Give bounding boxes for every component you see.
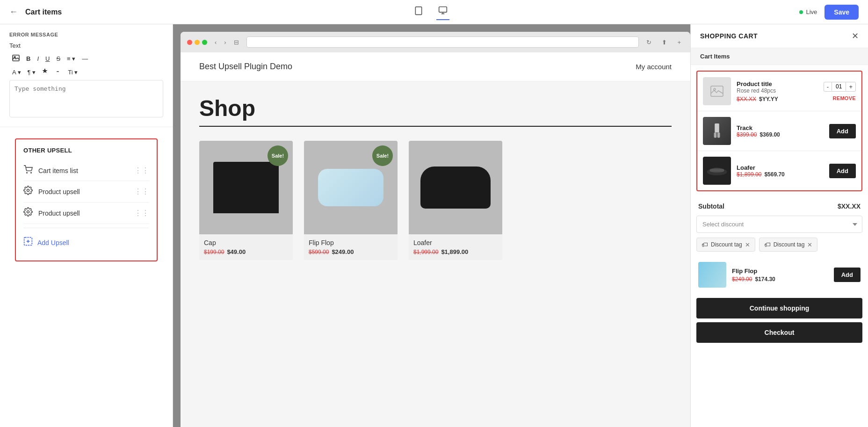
tablet-view-button[interactable] <box>412 4 425 20</box>
cart-item-price-old-2: $399.00 <box>737 131 757 138</box>
hr-btn[interactable]: — <box>79 53 91 64</box>
upsell-product-label-1: Product upsell <box>38 188 80 195</box>
drag-handle-2[interactable]: ⋮⋮ <box>134 209 149 217</box>
add-loafer-btn[interactable]: Add <box>829 164 856 178</box>
refresh-btn[interactable]: ↻ <box>644 38 654 47</box>
qty-increase-btn-1[interactable]: + <box>846 82 855 91</box>
product-card-cap[interactable]: Sale! Cap $199.00 $49.00 <box>199 141 293 260</box>
subtotal-value: $XX.XX <box>838 203 861 210</box>
shop-account[interactable]: My account <box>636 63 672 71</box>
share-btn[interactable]: ⬆ <box>659 38 670 47</box>
link-btn[interactable] <box>51 67 64 78</box>
gear-icon-1 <box>23 186 33 197</box>
cart-item-price-old-3: $1,899.00 <box>737 171 761 178</box>
live-indicator: Live <box>799 8 817 15</box>
dot-yellow <box>195 40 200 45</box>
tag-label-2: Discount tag <box>774 241 805 248</box>
save-button[interactable]: Save <box>825 5 859 20</box>
center-area: ‹ › ⊟ ↻ ⬆ + Best Upsell Plugin Demo My a… <box>173 24 690 427</box>
main-layout: ERROR MESSAGE Text B I U S ≡ ▾ — A ▾ ¶ ▾ <box>0 24 868 427</box>
cart-item-prices-2: $399.00 $369.00 <box>737 131 824 138</box>
shop-title: Shop <box>199 95 672 121</box>
upsell-item-cart[interactable]: Cart items list ⋮⋮ <box>23 160 149 181</box>
top-bar-center <box>412 4 449 20</box>
add-tab-btn[interactable]: + <box>674 38 684 47</box>
shop-header: Best Upsell Plugin Demo My account <box>181 52 690 81</box>
cart-bottom: Subtotal $XX.XX Select discount 🏷 Discou… <box>691 197 868 348</box>
tag-close-1[interactable]: ✕ <box>745 241 750 248</box>
editor-toolbar: B I U S ≡ ▾ — <box>9 53 163 65</box>
shop-brand: Best Upsell Plugin Demo <box>199 62 292 72</box>
svg-rect-23 <box>710 169 724 172</box>
address-bar[interactable] <box>246 36 639 48</box>
text-field-label: Text <box>9 42 163 49</box>
track-img <box>703 117 731 145</box>
cart-item-info-2: Track $399.00 $369.00 <box>737 124 824 138</box>
qty-decrease-btn-1[interactable]: - <box>824 82 832 91</box>
discount-select[interactable]: Select discount <box>696 216 862 233</box>
top-bar-left: ← Cart items <box>9 7 62 17</box>
other-upsell-title: OTHER UPSELL <box>23 147 149 154</box>
drag-handle-1[interactable]: ⋮⋮ <box>134 187 149 196</box>
underline-btn[interactable]: U <box>43 53 52 64</box>
product-name-loafer: Loafer <box>413 239 498 246</box>
cart-item-prices-3: $1,899.00 $569.70 <box>737 171 824 178</box>
upsell-item-product-2[interactable]: Product upsell ⋮⋮ <box>23 203 149 224</box>
continue-shopping-button[interactable]: Continue shopping <box>696 298 862 318</box>
tag-close-2[interactable]: ✕ <box>807 241 812 248</box>
upsell-item-product-1[interactable]: Product upsell ⋮⋮ <box>23 181 149 203</box>
italic-btn[interactable]: I <box>34 53 42 64</box>
cart-close-button[interactable]: ✕ <box>852 31 859 41</box>
product-img-loafer <box>409 141 502 234</box>
upsell-product-label-2: Product upsell <box>38 210 80 217</box>
browser-window: ‹ › ⊟ ↻ ⬆ + Best Upsell Plugin Demo My a… <box>181 32 690 427</box>
cart-item-price-new-2: $369.00 <box>760 131 780 138</box>
cart-item-title-2: Track <box>737 124 824 131</box>
cart-item-info-3: Loafer $1,899.00 $569.70 <box>737 164 824 178</box>
product-img-flipflop: Sale! <box>304 141 398 234</box>
products-grid: Sale! Cap $199.00 $49.00 <box>199 141 672 260</box>
add-track-btn[interactable]: Add <box>829 124 856 138</box>
nav-sidebar-btn[interactable]: ⊟ <box>231 38 242 47</box>
back-button[interactable]: ← <box>9 7 18 17</box>
cart-item-title-3: Loafer <box>737 164 824 171</box>
para-btn[interactable]: ¶ ▾ <box>25 67 39 78</box>
tag-icon-1: 🏷 <box>702 241 708 248</box>
product-card-loafer[interactable]: Loafer $1,999.00 $1,899.00 <box>409 141 502 260</box>
insert-image-btn[interactable] <box>9 53 22 65</box>
tag-icon-2: 🏷 <box>764 241 771 248</box>
highlight-btn[interactable] <box>39 66 51 78</box>
typography-btn[interactable]: Ti ▾ <box>65 67 80 78</box>
align-btn[interactable]: ≡ ▾ <box>64 53 78 64</box>
product-card-flipflop[interactable]: Sale! Flip Flop $599.00 $249.00 <box>304 141 398 260</box>
subtotal-row: Subtotal $XX.XX <box>696 197 862 216</box>
cart-panel: SHOPPING CART ✕ Cart Items Product title… <box>690 24 868 427</box>
nav-forward-btn[interactable]: › <box>221 38 229 47</box>
drag-handle[interactable]: ⋮⋮ <box>134 166 149 175</box>
dot-red <box>187 40 192 45</box>
cart-item-2: Track $399.00 $369.00 Add <box>697 111 861 151</box>
product-name-flipflop: Flip Flop <box>309 239 393 246</box>
font-color-btn[interactable]: A ▾ <box>9 67 24 78</box>
nav-back-btn[interactable]: ‹ <box>212 38 219 47</box>
text-editor[interactable] <box>9 80 163 117</box>
upsell-cart-label: Cart items list <box>38 167 78 174</box>
desktop-view-button[interactable] <box>436 4 449 20</box>
top-bar-right: Live Save <box>799 5 859 20</box>
add-upsell-button[interactable]: Add Upsell <box>23 232 149 253</box>
loafer-price-new: $1,899.00 <box>441 248 468 255</box>
discount-tag-1: 🏷 Discount tag ✕ <box>696 238 755 252</box>
shop-page: Best Upsell Plugin Demo My account Shop … <box>181 52 690 427</box>
bold-btn[interactable]: B <box>23 53 33 64</box>
sale-badge-cap: Sale! <box>268 145 288 166</box>
other-upsell-section: OTHER UPSELL Cart items list ⋮⋮ <box>15 138 158 261</box>
remove-item-btn-1[interactable]: REMOVE <box>833 95 856 101</box>
strikethrough-btn[interactable]: S <box>53 53 63 64</box>
add-flipflop-btn[interactable]: Add <box>834 268 861 282</box>
flip-flop-info: Flip Flop $249.00 $174.30 <box>732 268 828 282</box>
product-img-cap: Sale! <box>199 141 293 234</box>
browser-chrome: ‹ › ⊟ ↻ ⬆ + <box>181 32 690 52</box>
flip-flop-upsell: Flip Flop $249.00 $174.30 Add <box>696 257 862 292</box>
discount-tag-2: 🏷 Discount tag ✕ <box>759 238 818 252</box>
checkout-button[interactable]: Checkout <box>696 322 862 343</box>
